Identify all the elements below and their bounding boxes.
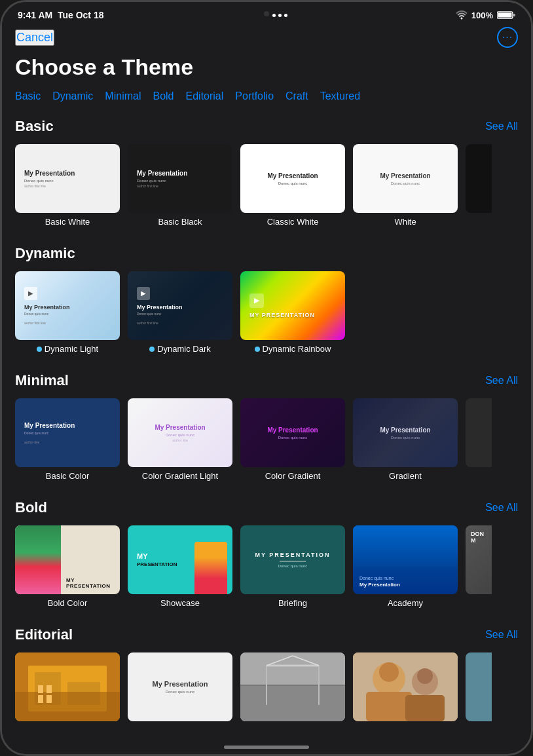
theme-name-academy: Academy: [353, 598, 458, 608]
bold-see-all[interactable]: See All: [485, 502, 518, 514]
section-bold: Bold See All MY PRESENTATION Bold Color: [15, 499, 518, 608]
play-icon-dark: ▶: [137, 287, 150, 300]
battery-icon: [497, 10, 515, 20]
home-indicator[interactable]: [224, 746, 309, 749]
svg-rect-1: [513, 14, 515, 16]
minimal-section-header: Minimal See All: [15, 372, 518, 389]
theme-name-dynamic-rainbow: Dynamic Rainbow: [240, 344, 345, 354]
battery-percent: 100%: [471, 10, 493, 20]
tab-basic[interactable]: Basic: [15, 90, 41, 102]
cancel-button[interactable]: Cancel: [15, 29, 54, 46]
dynamic-light-dot: [37, 347, 42, 352]
theme-card-editorial-2[interactable]: My Presentation Donec quis nunc: [128, 652, 232, 725]
theme-card-dynamic-dark[interactable]: ▶ My Presentation Donec quis nunc author…: [128, 271, 232, 354]
minimal-theme-row: My Presentation Donec quis nunc author l…: [15, 398, 518, 481]
bold-section-title: Bold: [15, 499, 47, 516]
basic-section-title: Basic: [15, 118, 54, 135]
editorial-3-graphic: [240, 652, 345, 721]
editorial-see-all[interactable]: See All: [485, 629, 518, 641]
theme-card-partial-minimal: [466, 398, 492, 481]
theme-card-editorial-4[interactable]: [353, 652, 458, 725]
dot2: [278, 14, 282, 17]
basic-see-all[interactable]: See All: [485, 121, 518, 132]
bc-footer: author line: [24, 440, 39, 444]
theme-card-dynamic-light[interactable]: ▶ My Presentation Donec quis nunc author…: [15, 271, 120, 354]
theme-card-color-gradient-light[interactable]: My Presentation Donec quis nunc author l…: [128, 398, 232, 481]
theme-card-editorial-1[interactable]: [15, 652, 120, 725]
editorial-4-graphic: [353, 652, 458, 721]
theme-name-gradient: Gradient: [353, 471, 458, 481]
theme-name-dynamic-light: Dynamic Light: [15, 344, 120, 354]
section-basic: Basic See All My Presentation Donec quis…: [15, 118, 518, 227]
theme-card-partial-bold: DONM: [466, 525, 492, 608]
theme-card-basic-color[interactable]: My Presentation Donec quis nunc author l…: [15, 398, 120, 481]
svg-rect-10: [38, 695, 43, 703]
basic-section-header: Basic See All: [15, 118, 518, 135]
theme-card-basic-white[interactable]: My Presentation Donec quis nunc author f…: [15, 144, 120, 227]
section-editorial: Editorial See All: [15, 626, 518, 725]
theme-card-gradient[interactable]: My Presentation Donec quis nunc Gradient: [353, 398, 458, 481]
tab-bold[interactable]: Bold: [153, 90, 174, 102]
theme-card-bold-color[interactable]: MY PRESENTATION Bold Color: [15, 525, 120, 608]
editorial-theme-row: My Presentation Donec quis nunc: [15, 652, 518, 725]
tab-textured[interactable]: Textured: [320, 90, 360, 102]
svg-rect-13: [240, 685, 345, 721]
minimal-see-all[interactable]: See All: [485, 375, 518, 387]
filter-tabs: Basic Dynamic Minimal Bold Editorial Por…: [15, 90, 518, 102]
theme-thumb-editorial-2: My Presentation Donec quis nunc: [128, 652, 232, 721]
theme-name-showcase: Showcase: [128, 598, 232, 608]
section-dynamic: Dynamic ▶ My Presentation Donec quis nun…: [15, 245, 518, 354]
bold-section-header: Bold See All: [15, 499, 518, 516]
tab-dynamic[interactable]: Dynamic: [52, 90, 93, 102]
g-title: My Presentation: [380, 426, 430, 434]
bb-sub: Donec quis nunc: [137, 179, 166, 183]
editorial-1-graphic: [15, 652, 120, 721]
theme-card-color-gradient[interactable]: My Presentation Donec quis nunc Color Gr…: [240, 398, 345, 481]
theme-card-showcase[interactable]: MY PRESENTATION Showcase: [128, 525, 232, 608]
dynamic-section-title: Dynamic: [15, 245, 75, 262]
editorial-section-header: Editorial See All: [15, 626, 518, 643]
tab-craft[interactable]: Craft: [285, 90, 308, 102]
cgl-sub: Donec quis nunc: [166, 433, 195, 437]
theme-thumb-classic-white: My Presentation Donec quis nunc: [240, 144, 345, 213]
theme-thumb-basic-color: My Presentation Donec quis nunc author l…: [15, 398, 120, 467]
academy-ocean: [353, 525, 458, 567]
w-sub: Donec quis nunc: [391, 181, 420, 185]
dd-title: My Presentation: [137, 304, 183, 311]
svg-rect-25: [366, 692, 412, 721]
theme-thumb-basic-black: My Presentation Donec quis nunc author f…: [128, 144, 232, 213]
tab-minimal[interactable]: Minimal: [105, 90, 141, 102]
br-title: MY PRESENTATION: [255, 552, 330, 558]
svg-point-22: [379, 662, 399, 682]
theme-thumb-editorial-3: [240, 652, 345, 721]
more-icon: ···: [502, 31, 513, 43]
theme-name-basic-black: Basic Black: [128, 217, 232, 227]
theme-name-white: White: [353, 217, 458, 227]
theme-card-academy[interactable]: Donec quis nunc My Presentation Academy: [353, 525, 458, 608]
theme-card-editorial-3[interactable]: [240, 652, 345, 725]
svg-rect-26: [405, 695, 445, 721]
br-sub: Donec quis nunc: [278, 564, 308, 568]
theme-card-dynamic-rainbow[interactable]: ▶ MY PRESENTATION Dynamic Rainbow: [240, 271, 345, 354]
cg-title: My Presentation: [267, 426, 318, 434]
tab-portfolio[interactable]: Portfolio: [235, 90, 274, 102]
status-time: 9:41 AM Tue Oct 18: [18, 10, 104, 20]
dl-sub: Donec quis nunc: [24, 312, 48, 316]
g-sub: Donec quis nunc: [391, 436, 420, 440]
theme-name-briefing: Briefing: [240, 598, 345, 608]
theme-thumb-basic-white: My Presentation Donec quis nunc author f…: [15, 144, 120, 213]
theme-thumb-white: My Presentation Donec quis nunc: [353, 144, 458, 213]
theme-name-bold-color: Bold Color: [15, 598, 120, 608]
theme-card-briefing[interactable]: MY PRESENTATION Donec quis nunc Briefing: [240, 525, 345, 608]
more-button[interactable]: ···: [497, 27, 518, 48]
theme-thumb-color-gradient: My Presentation Donec quis nunc: [240, 398, 345, 467]
status-right: 100%: [456, 10, 515, 20]
theme-card-classic-white[interactable]: My Presentation Donec quis nunc Classic …: [240, 144, 345, 227]
tab-editorial[interactable]: Editorial: [186, 90, 224, 102]
cw-sub: Donec quis nunc: [278, 181, 308, 185]
bold-color-text: MY PRESENTATION: [61, 572, 120, 594]
theme-card-white[interactable]: My Presentation Donec quis nunc White: [353, 144, 458, 227]
bw-sub: Donec quis nunc: [24, 179, 54, 183]
theme-thumb-briefing: MY PRESENTATION Donec quis nunc: [240, 525, 345, 594]
theme-card-basic-black[interactable]: My Presentation Donec quis nunc author f…: [128, 144, 232, 227]
